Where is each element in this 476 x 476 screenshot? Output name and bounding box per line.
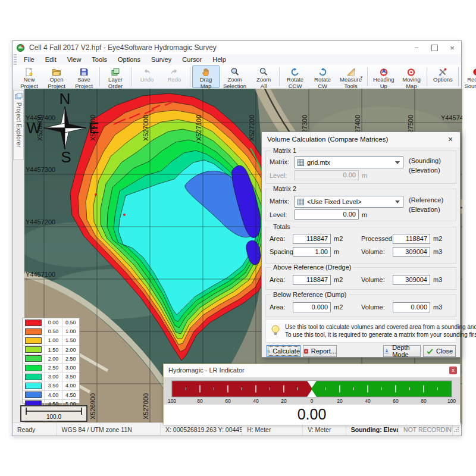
maximize-button[interactable]	[425, 41, 443, 54]
info-line-2: To use this tool, it is required to gene…	[285, 331, 476, 338]
legend-swatch	[25, 328, 42, 335]
menu-help[interactable]: Help	[207, 55, 231, 64]
matrix2-combo[interactable]: <Use Fixed Level>	[295, 196, 403, 208]
calculate-button[interactable]: Calculate	[267, 345, 300, 357]
close-button[interactable]: ×	[443, 41, 461, 54]
toolbar-drag-map-button[interactable]: DragMap	[192, 65, 220, 88]
toolbar-separator	[190, 67, 190, 86]
matrix1-level-input[interactable]: 0.00	[295, 170, 359, 180]
toolbar-separator	[427, 67, 427, 86]
legend-row: 2.503.00	[23, 364, 79, 372]
lr-gauge: 10080604020020406080100	[164, 377, 461, 405]
report-label: Report...	[311, 347, 336, 355]
matrix2-side1: (Reference)	[409, 196, 443, 203]
menu-options[interactable]: Options	[112, 55, 146, 64]
toolbar-zoom-all-button[interactable]: ZoomAll	[250, 65, 277, 88]
above-volume-label: Volume:	[361, 276, 385, 283]
legend-swatch	[25, 383, 42, 389]
project-explorer-tab[interactable]: Project Explorer	[13, 90, 24, 160]
toolbar-undo-button[interactable]: Undo	[133, 65, 161, 88]
toolbar-options-button[interactable]: Options	[429, 65, 456, 88]
toolbar-layer-order-button[interactable]: LayerOrder	[102, 65, 129, 88]
legend-swatch	[25, 320, 42, 326]
toolbar-rotate-cw-button[interactable]: RotateCW	[309, 65, 336, 88]
matrix1-legend: Matrix 1	[271, 147, 299, 154]
depth-mode-button[interactable]: Depth Mode	[383, 345, 421, 357]
matrix1-matrix-label: Matrix:	[270, 158, 289, 165]
toolbar-label: Zoom	[256, 77, 271, 83]
open-project-icon	[52, 67, 61, 77]
rotate-cw-icon	[318, 67, 327, 77]
menu-survey[interactable]: Survey	[146, 55, 177, 64]
titlebar[interactable]: Cell 4 Fall 2017 V2.hpf - Eye4Software H…	[12, 41, 461, 54]
totals-processed-unit: m2	[433, 235, 442, 242]
legend-to: 1.00	[62, 327, 79, 336]
dialog-info-box: Use this tool to calculate volumes and c…	[265, 319, 456, 343]
legend-from: 2.00	[44, 355, 61, 363]
toolbar-moving-map-button[interactable]: MovingMap	[397, 65, 425, 88]
menu-tools[interactable]: Tools	[86, 55, 112, 64]
menu-edit[interactable]: Edit	[40, 55, 62, 64]
legend-swatch	[25, 346, 42, 353]
toolbar-heading-up-button[interactable]: HeadingUp	[369, 65, 397, 88]
zoom-all-icon	[259, 67, 268, 77]
calculator-icon	[267, 347, 270, 355]
toolbar-label: New	[23, 77, 35, 83]
toolbar-redo-button[interactable]: Redo	[161, 65, 188, 88]
statusbar-cell: V: Meter	[303, 423, 346, 436]
matrix2-level-input[interactable]: 0.00	[295, 209, 359, 220]
dialog-close-button[interactable]: ×	[446, 134, 455, 144]
toolbar-measure-tools-button[interactable]: MeasureTools▾	[336, 65, 365, 88]
matrix1-combo[interactable]: grid.mtx	[295, 156, 403, 168]
toolbar-zoom-selection-button[interactable]: ZoomSelection	[220, 65, 250, 88]
lr-title: Hydromagic - LR Indicator	[168, 367, 245, 374]
report-button[interactable]: Report...	[303, 345, 337, 357]
menu-file[interactable]: File	[18, 55, 40, 64]
toolbar-separator	[367, 67, 368, 86]
close-dialog-button[interactable]: Close	[423, 345, 456, 357]
lr-tick-label: 20	[337, 398, 343, 404]
below-area-unit: m2	[334, 303, 343, 311]
content-area: Project Explorer	[12, 89, 461, 424]
legend-to: 4.50	[62, 391, 79, 399]
toolbar-separator	[131, 67, 131, 86]
above-legend: Above Reference (Dredge)	[271, 264, 353, 271]
above-volume-value: 309004	[393, 275, 430, 285]
toolbar-save-project-button[interactable]: SaveProject	[70, 65, 98, 88]
toolbar-new-project-button[interactable]: NewProject	[15, 65, 43, 88]
matrix2-level-label: Level:	[270, 211, 287, 218]
below-volume-value: 0.000	[393, 302, 430, 312]
legend-from: 0.50	[44, 327, 61, 336]
legend-row: 1.001.50	[23, 336, 79, 345]
grid-label-x: X527200	[248, 115, 255, 141]
below-volume-label: Volume:	[361, 303, 385, 311]
toolbar-label: Rotate	[314, 77, 331, 83]
lr-close-button[interactable]: x	[449, 367, 457, 374]
menu-view[interactable]: View	[62, 55, 87, 64]
totals-processed-value: 118847	[393, 234, 430, 244]
matrix1-combo-value: grid.mtx	[307, 159, 395, 166]
totals-volume-value: 309004	[393, 247, 430, 257]
above-volume-unit: m3	[433, 276, 442, 283]
options-icon	[438, 67, 447, 77]
below-area-value: 0.000	[293, 302, 331, 312]
lr-tick-label: 40	[253, 398, 259, 404]
statusbar-cell: X: 000526819.263 Y: 004457435.859	[161, 423, 242, 436]
dialog-titlebar[interactable]: Volume Calculation (Compare Matrices) ×	[262, 132, 460, 148]
moving-map-icon	[406, 67, 416, 77]
lr-titlebar[interactable]: Hydromagic - LR Indicator x	[164, 364, 460, 378]
statusbar-cell: Ready	[12, 423, 57, 436]
minimize-button[interactable]: −	[408, 41, 425, 54]
menubar: FileEditViewToolsOptionsSurveyCursorHelp	[12, 54, 461, 65]
window-title: Cell 4 Fall 2017 V2.hpf - Eye4Software H…	[29, 43, 408, 52]
grid-label-y: Y4457100	[26, 271, 55, 278]
menu-cursor[interactable]: Cursor	[177, 55, 207, 64]
toolbar-open-project-button[interactable]: OpenProject	[43, 65, 70, 88]
scale-bar: 100.0	[20, 405, 87, 422]
toolbar-rotate-ccw-button[interactable]: RotateCCW	[281, 65, 309, 88]
legend-from: 1.50	[44, 346, 61, 354]
resize-grip[interactable]	[453, 426, 460, 433]
record-sounding-icon	[472, 67, 476, 77]
measure-tools-icon	[346, 67, 356, 77]
toolbar-record-sounding-button[interactable]: RecordSounding	[461, 65, 476, 88]
